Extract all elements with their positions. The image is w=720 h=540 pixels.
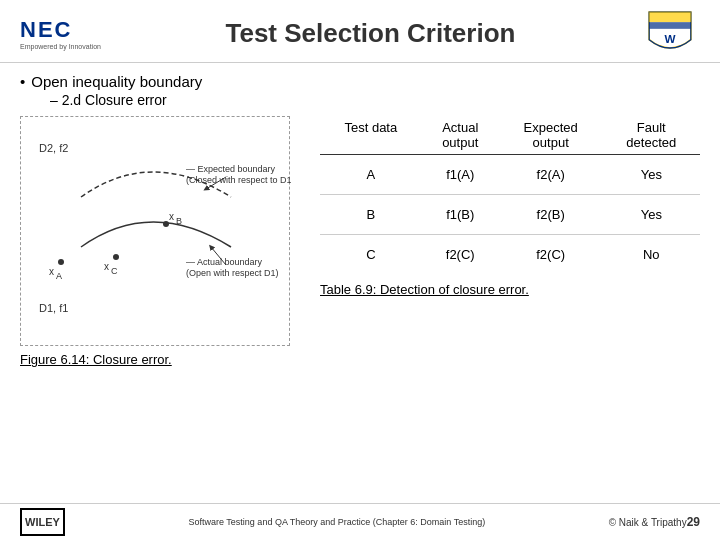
waterloo-logo: W xyxy=(640,8,700,58)
cell-fault-a: Yes xyxy=(603,155,700,195)
col-header-test: Test data xyxy=(320,116,422,155)
wiley-logo: WILEY xyxy=(20,508,65,536)
waterloo-shield-icon: W xyxy=(645,8,695,58)
cell-test-a: A xyxy=(320,155,422,195)
page-title: Test Selection Criterion xyxy=(101,18,640,49)
bullet-icon: • xyxy=(20,73,25,90)
table-area: Test data Actualoutput Expectedoutput Fa… xyxy=(320,116,700,367)
content-area: D2, f2 D1, f1 — Expected boundary (Close… xyxy=(20,116,700,367)
page-number: 29 xyxy=(687,515,700,529)
table-row: A f1(A) f2(A) Yes xyxy=(320,155,700,195)
detection-table: Test data Actualoutput Expectedoutput Fa… xyxy=(320,116,700,274)
bullet-sub-text: – 2.d Closure error xyxy=(50,92,700,108)
svg-text:D2, f2: D2, f2 xyxy=(39,142,68,154)
col-header-fault: Faultdetected xyxy=(603,116,700,155)
nec-brand: NEC xyxy=(20,17,72,43)
svg-text:(Closed with respect to D1): (Closed with respect to D1) xyxy=(186,175,291,185)
svg-rect-1 xyxy=(649,22,691,29)
table-header-row: Test data Actualoutput Expectedoutput Fa… xyxy=(320,116,700,155)
svg-text:— Expected boundary: — Expected boundary xyxy=(186,164,276,174)
svg-text:D1, f1: D1, f1 xyxy=(39,302,68,314)
bullet-main: • Open inequality boundary xyxy=(20,73,700,90)
table-caption: Table 6.9: Detection of closure error. xyxy=(320,282,700,297)
main-content: • Open inequality boundary – 2.d Closure… xyxy=(0,63,720,377)
col-header-expected: Expectedoutput xyxy=(499,116,603,155)
table-row: B f1(B) f2(B) Yes xyxy=(320,195,700,235)
svg-text:A: A xyxy=(56,271,62,281)
cell-test-b: B xyxy=(320,195,422,235)
svg-text:B: B xyxy=(176,216,182,226)
cell-fault-b: Yes xyxy=(603,195,700,235)
svg-text:x: x xyxy=(169,211,174,222)
nec-logo: NEC Empowered by Innovation xyxy=(20,17,101,50)
svg-text:C: C xyxy=(111,266,118,276)
closure-error-diagram: D2, f2 D1, f1 — Expected boundary (Close… xyxy=(21,117,291,347)
bullet-section: • Open inequality boundary – 2.d Closure… xyxy=(20,73,700,108)
cell-expected-b: f2(B) xyxy=(499,195,603,235)
svg-text:x: x xyxy=(104,261,109,272)
cell-actual-b: f1(B) xyxy=(422,195,499,235)
cell-actual-a: f1(A) xyxy=(422,155,499,195)
svg-rect-0 xyxy=(649,12,691,22)
table-row: C f2(C) f2(C) No xyxy=(320,235,700,275)
wiley-box: WILEY xyxy=(20,508,65,536)
page-header: NEC Empowered by Innovation Test Selecti… xyxy=(0,0,720,63)
svg-text:W: W xyxy=(664,32,675,45)
figure-area: D2, f2 D1, f1 — Expected boundary (Close… xyxy=(20,116,300,367)
col-header-actual: Actualoutput xyxy=(422,116,499,155)
svg-text:(Open with respect D1): (Open with respect D1) xyxy=(186,268,279,278)
cell-actual-c: f2(C) xyxy=(422,235,499,275)
figure-diagram: D2, f2 D1, f1 — Expected boundary (Close… xyxy=(20,116,290,346)
page-footer: WILEY Software Testing and QA Theory and… xyxy=(0,503,720,540)
svg-text:— Actual boundary: — Actual boundary xyxy=(186,257,263,267)
figure-caption: Figure 6.14: Closure error. xyxy=(20,352,300,367)
footer-copyright: © Naik & Tripathy xyxy=(609,517,687,528)
nec-tagline: Empowered by Innovation xyxy=(20,43,101,50)
cell-expected-a: f2(A) xyxy=(499,155,603,195)
svg-text:x: x xyxy=(49,266,54,277)
svg-point-9 xyxy=(58,259,64,265)
bullet-main-text: Open inequality boundary xyxy=(31,73,202,90)
svg-point-12 xyxy=(113,254,119,260)
cell-expected-c: f2(C) xyxy=(499,235,603,275)
footer-title: Software Testing and QA Theory and Pract… xyxy=(65,517,609,527)
cell-test-c: C xyxy=(320,235,422,275)
cell-fault-c: No xyxy=(603,235,700,275)
wiley-text: WILEY xyxy=(25,516,60,528)
